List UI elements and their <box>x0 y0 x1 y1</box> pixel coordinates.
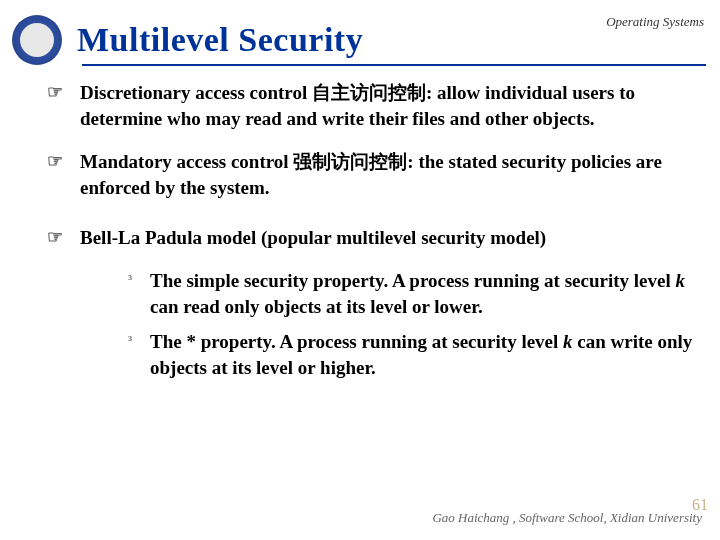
hand-bullet-icon: ☞ <box>30 149 80 200</box>
subpoint-star-property: ³ The * property. A process running at s… <box>110 329 700 380</box>
point-mac: ☞ Mandatory access control 强制访问控制: the s… <box>30 149 700 200</box>
subpoint-simple-security: ³ The simple security property. A proces… <box>110 268 700 319</box>
slide-content: ☞ Discretionary access control 自主访问控制: a… <box>30 80 700 391</box>
hand-bullet-icon: ☞ <box>30 225 80 251</box>
subpoint-text: The simple security property. A process … <box>150 268 700 319</box>
point-blp: ☞ Bell-La Padula model (popular multilev… <box>30 225 700 251</box>
footer-credit: Gao Haichang , Software School, Xidian U… <box>432 510 702 526</box>
point-text: Mandatory access control 强制访问控制: the sta… <box>80 149 700 200</box>
point-text: Discretionary access control 自主访问控制: all… <box>80 80 700 131</box>
title-rule <box>82 64 706 66</box>
slide-title: Multilevel Security <box>77 21 363 59</box>
course-label: Operating Systems <box>606 14 704 30</box>
page-number: 61 <box>672 496 708 514</box>
point-text: Bell-La Padula model (popular multilevel… <box>80 225 700 251</box>
university-logo-icon <box>12 15 62 65</box>
sub-bullet-icon: ³ <box>110 268 150 319</box>
hand-bullet-icon: ☞ <box>30 80 80 131</box>
sub-bullet-icon: ³ <box>110 329 150 380</box>
point-dac: ☞ Discretionary access control 自主访问控制: a… <box>30 80 700 131</box>
subpoint-text: The * property. A process running at sec… <box>150 329 700 380</box>
slide-footer: Gao Haichang , Software School, Xidian U… <box>432 510 702 526</box>
